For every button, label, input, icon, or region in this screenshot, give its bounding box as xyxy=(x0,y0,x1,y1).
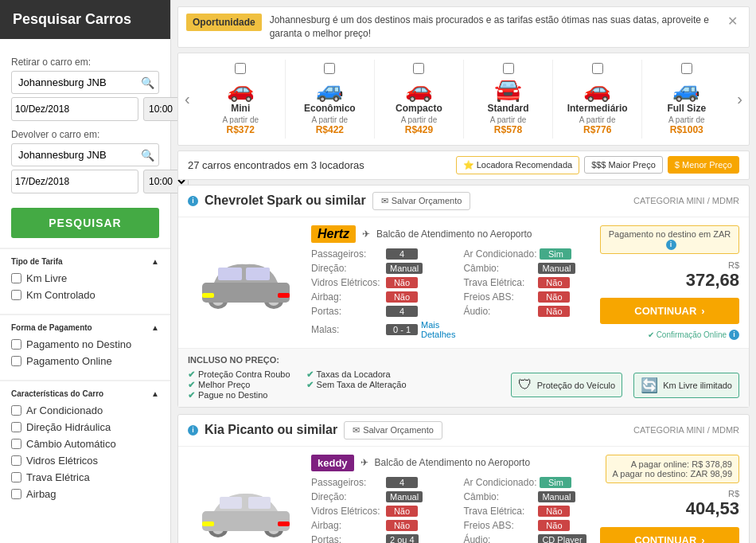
carousel-inner: ‹ 🚗 Mini A partir de R$372 🚙 Econômico A… xyxy=(178,60,749,139)
sort-higher[interactable]: $$$ Maior Preço xyxy=(584,156,663,174)
km-controlado-checkbox[interactable] xyxy=(11,290,21,300)
car-0-save-label: Salvar Orçamento xyxy=(392,196,462,205)
car-0-more-details[interactable]: Mais Detalhes xyxy=(421,320,455,339)
vidros-checkbox[interactable] xyxy=(11,455,21,466)
spec-0-direcao: Direção: Manual xyxy=(311,262,455,275)
carousel-next-button[interactable]: › xyxy=(731,90,749,108)
car-0-continue-button[interactable]: CONTINUAR › xyxy=(600,298,739,324)
car-type-compacto-checkbox[interactable] xyxy=(413,63,424,74)
vidros-item[interactable]: Vidros Elétricos xyxy=(11,455,159,467)
direcao-item[interactable]: Direção Hidráulica xyxy=(11,421,159,433)
car-1-continue-button[interactable]: CONTINUAR › xyxy=(600,527,739,543)
car-type-economico[interactable]: 🚙 Econômico A partir de R$422 xyxy=(286,60,375,139)
direcao-checkbox[interactable] xyxy=(11,422,21,432)
car-type-mini-checkbox[interactable] xyxy=(235,63,246,74)
dropoff-date-input[interactable] xyxy=(11,170,138,193)
car-type-compacto[interactable]: 🚗 Compacto A partir de R$429 xyxy=(375,60,464,139)
car-0-price-value: 372,68 xyxy=(686,270,739,291)
car-type-mini-from: A partir de xyxy=(200,115,282,124)
car-1-save-button[interactable]: ✉ Salvar Orçamento xyxy=(344,421,442,439)
airbag-checkbox[interactable] xyxy=(11,489,21,499)
airbag-item[interactable]: Airbag xyxy=(11,488,159,500)
car-0-payment-label: Pagamento no destino em ZAR xyxy=(609,229,731,239)
pickup-date-input[interactable] xyxy=(11,97,138,121)
svg-rect-5 xyxy=(218,268,242,280)
payment-info-icon: i xyxy=(666,240,676,250)
car-type-economico-checkbox[interactable] xyxy=(324,63,335,74)
check-icon-1: ✔ xyxy=(188,380,195,390)
car-0-specs: Hertz ✈ Balcão de Atendimento no Aeropor… xyxy=(311,225,592,340)
cambio-checkbox[interactable] xyxy=(11,439,21,449)
features-title: Características do Carro xyxy=(11,389,103,398)
included-0-2-label: Pague no Destino xyxy=(198,390,267,400)
car-type-fullsize[interactable]: 🚙 Full Size A partir de R$1003 xyxy=(642,60,731,139)
opportunity-badge: Oportunidade xyxy=(186,14,262,31)
car-0-category: CATEGORIA MINI / MDMR xyxy=(633,196,739,205)
car-1-pickup-detail: Balcão de Atendimento no Aeroporto xyxy=(375,457,530,468)
spec-1-passageiros: Passageiros: 4 xyxy=(311,476,455,489)
tariff-section: Tipo de Tarifa ▲ Km Livre Km Controlado xyxy=(0,248,170,314)
sidebar-form: Retirar o carro em: 🔍 10:00 Devolver o c… xyxy=(0,39,170,248)
features-arrow: ▲ xyxy=(151,389,159,398)
confirmation-info-icon: i xyxy=(729,330,739,340)
car-type-standard[interactable]: 🚘 Standard A partir de R$578 xyxy=(464,60,553,139)
svg-rect-15 xyxy=(248,497,271,509)
spec-1-freios: Freios ABS: Não xyxy=(463,519,592,532)
car-card-1-header: i Kia Picanto ou similar ✉ Salvar Orçame… xyxy=(178,415,749,447)
spec-0-ar: Ar Condicionado: Sim xyxy=(463,248,592,260)
included-0-0: ✔ Proteção Contra Roubo xyxy=(188,369,290,380)
svg-rect-13 xyxy=(202,511,290,531)
car-type-mini[interactable]: 🚗 Mini A partir de R$372 xyxy=(197,60,286,139)
spec-0-trava: Trava Elétrica: Não xyxy=(463,276,592,289)
km-controlado-item[interactable]: Km Controlado xyxy=(11,289,159,301)
car-0-svg xyxy=(194,255,298,311)
cambio-item[interactable]: Câmbio Automático xyxy=(11,438,159,450)
payment-online-checkbox[interactable] xyxy=(11,356,21,366)
carousel-prev-button[interactable]: ‹ xyxy=(178,90,197,108)
star-icon: ⭐ xyxy=(463,160,474,170)
sort-lower[interactable]: $ Menor Preço xyxy=(668,156,739,174)
trava-checkbox[interactable] xyxy=(11,472,21,482)
car-0-save-button[interactable]: ✉ Salvar Orçamento xyxy=(372,192,471,210)
km-livre-checkbox[interactable] xyxy=(11,273,21,283)
spec-0-malas: Malas: 0 - 1 Mais Detalhes xyxy=(311,319,455,340)
included-0-1-label: Melhor Preço xyxy=(198,380,250,389)
sort-recommended[interactable]: ⭐ Locadora Recomendada xyxy=(456,156,579,174)
car-1-specs: keddy ✈ Balcão de Atendimento no Aeropor… xyxy=(311,455,592,543)
payment-destino-item[interactable]: Pagamento no Destino xyxy=(11,338,159,350)
payment-online-label: Pagamento Online xyxy=(26,355,112,367)
trava-item[interactable]: Trava Elétrica xyxy=(11,471,159,483)
svg-rect-4 xyxy=(202,283,290,303)
ar-checkbox[interactable] xyxy=(11,405,21,416)
car-type-intermediario-checkbox[interactable] xyxy=(592,63,603,74)
car-type-compacto-name: Compacto xyxy=(378,103,460,114)
car-1-payment-online: A pagar online: R$ 378,89 A pagar no des… xyxy=(606,455,739,483)
airbag-label: Airbag xyxy=(26,488,57,500)
car-0-payment-info: Pagamento no destino em ZAR i xyxy=(600,225,739,254)
spec-0-portas: Portas: 4 xyxy=(311,305,455,318)
dropoff-location-input[interactable] xyxy=(11,143,159,166)
car-0-price-panel: Pagamento no destino em ZAR i R$ 372,68 … xyxy=(600,225,739,340)
spec-1-airbag: Airbag: Não xyxy=(311,519,455,532)
car-type-intermediario-price: R$776 xyxy=(556,124,638,135)
included-0-0-label: Proteção Contra Roubo xyxy=(198,369,290,379)
pickup-location-input[interactable] xyxy=(11,71,159,94)
car-type-fullsize-name: Full Size xyxy=(645,103,727,114)
car-type-fullsize-checkbox[interactable] xyxy=(681,63,692,74)
car-0-confirmation-label: Confirmação Online xyxy=(657,330,727,339)
car-type-standard-checkbox[interactable] xyxy=(503,63,514,74)
car-type-standard-from: A partir de xyxy=(467,115,549,124)
payment-destino-checkbox[interactable] xyxy=(11,339,21,350)
opportunity-close-button[interactable]: ✕ xyxy=(724,14,741,29)
search-button[interactable]: PESQUISAR xyxy=(11,208,159,238)
km-badge: 🔄 Km Livre ilimitado xyxy=(633,373,739,398)
payment-online-item[interactable]: Pagamento Online xyxy=(11,355,159,367)
km-livre-item[interactable]: Km Livre xyxy=(11,272,159,284)
car-type-mini-price: R$372 xyxy=(200,124,282,135)
car-1-save-label: Salvar Orçamento xyxy=(363,425,434,435)
car-type-intermediario[interactable]: 🚗 Intermediário A partir de R$776 xyxy=(553,60,642,139)
spec-1-direcao: Direção: Manual xyxy=(311,490,455,503)
spec-0-audio: Áudio: Não xyxy=(463,305,592,318)
sidebar: Pesquisar Carros Retirar o carro em: 🔍 1… xyxy=(0,0,171,543)
ar-item[interactable]: Ar Condicionado xyxy=(11,404,159,416)
